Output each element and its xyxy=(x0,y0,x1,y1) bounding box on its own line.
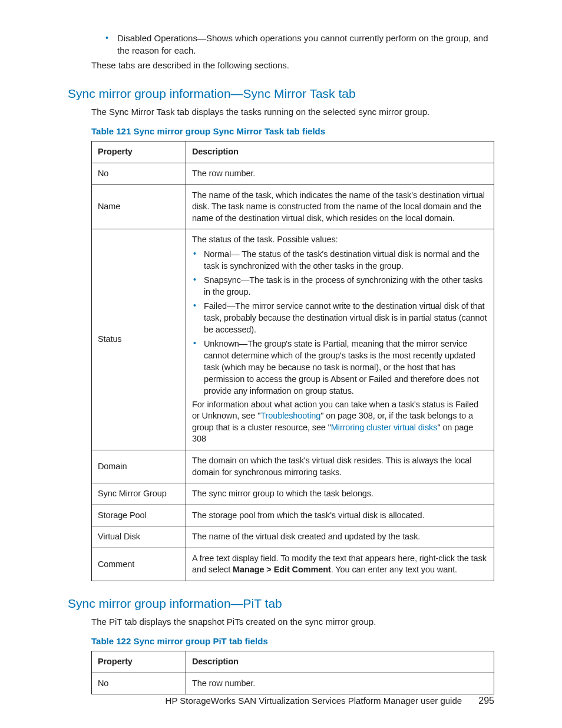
cell-prop: Comment xyxy=(92,548,186,581)
cell-prop: No xyxy=(92,673,186,694)
table-row: No The row number. xyxy=(92,673,494,694)
cell-desc: The row number. xyxy=(186,673,494,694)
section2-heading: Sync mirror group information—PiT tab xyxy=(68,597,494,611)
cell-prop: Domain xyxy=(92,450,186,483)
cell-desc: The name of the virtual disk created and… xyxy=(186,526,494,548)
status-bullet: Normal— The status of the task's destina… xyxy=(192,248,488,272)
table-row: Storage Pool The storage pool from which… xyxy=(92,505,494,526)
page-footer: HP StorageWorks SAN Virtualization Servi… xyxy=(0,696,494,706)
section1-heading: Sync mirror group information—Sync Mirro… xyxy=(68,87,494,101)
status-bullet: Failed—The mirror service cannot write t… xyxy=(192,300,488,335)
cell-desc: The name of the task, which indicates th… xyxy=(186,185,494,229)
cell-prop: Name xyxy=(92,185,186,229)
comment-b: . You can enter any text you want. xyxy=(331,565,457,574)
status-bullet: Unknown—The group's state is Partial, me… xyxy=(192,338,488,397)
table-row: Name The name of the task, which indicat… xyxy=(92,185,494,229)
intro-bullets: Disabled Operations—Shows which operatio… xyxy=(91,32,494,57)
intro-bullet-item: Disabled Operations—Shows which operatio… xyxy=(109,32,494,57)
page: Disabled Operations—Shows which operatio… xyxy=(0,0,562,728)
table-row: Status The status of the task. Possible … xyxy=(92,229,494,450)
status-bullets: Normal— The status of the task's destina… xyxy=(192,248,488,397)
cell-desc: A free text display field. To modify the… xyxy=(186,548,494,581)
cell-prop: Status xyxy=(92,229,186,450)
th-property: Property xyxy=(92,651,186,673)
cell-desc: The row number. xyxy=(186,163,494,185)
section2-block: The PiT tab displays the snapshot PiTs c… xyxy=(68,615,494,694)
intro-bullet-text: Disabled Operations—Shows which operatio… xyxy=(117,33,488,55)
table-row: Comment A free text display field. To mo… xyxy=(92,548,494,581)
th-description: Description xyxy=(186,651,494,673)
cell-prop: No xyxy=(92,163,186,185)
table122-caption: Table 122 Sync mirror group PiT tab fiel… xyxy=(91,636,494,646)
cell-prop: Sync Mirror Group xyxy=(92,483,186,505)
cell-desc: The storage pool from which the task's v… xyxy=(186,505,494,526)
table122: Property Description No The row number. xyxy=(91,651,494,694)
th-description: Description xyxy=(186,141,494,163)
cell-prop: Virtual Disk xyxy=(92,526,186,548)
page-number: 295 xyxy=(478,696,494,706)
status-lead: The status of the task. Possible values: xyxy=(192,234,488,246)
intro-block: Disabled Operations—Shows which operatio… xyxy=(68,32,494,71)
link-mirroring-cluster[interactable]: Mirroring cluster virtual disks xyxy=(331,423,438,432)
table121-caption: Table 121 Sync mirror group Sync Mirror … xyxy=(91,126,494,136)
table-row: No The row number. xyxy=(92,163,494,185)
table-row: Sync Mirror Group The sync mirror group … xyxy=(92,483,494,505)
link-troubleshooting[interactable]: Troubleshooting xyxy=(260,411,320,420)
th-property: Property xyxy=(92,141,186,163)
table-row: Virtual Disk The name of the virtual dis… xyxy=(92,526,494,548)
table-row: Domain The domain on which the task's vi… xyxy=(92,450,494,483)
section1-lead: The Sync Mirror Task tab displays the ta… xyxy=(91,106,494,118)
intro-after-text: These tabs are described in the followin… xyxy=(91,59,494,71)
cell-desc: The status of the task. Possible values:… xyxy=(186,229,494,450)
section2-lead: The PiT tab displays the snapshot PiTs c… xyxy=(91,615,494,628)
cell-desc: The sync mirror group to which the task … xyxy=(186,483,494,505)
cell-desc: The domain on which the task's virtual d… xyxy=(186,450,494,483)
table121: Property Description No The row number. … xyxy=(91,141,494,581)
footer-text: HP StorageWorks SAN Virtualization Servi… xyxy=(166,696,462,706)
section1-block: The Sync Mirror Task tab displays the ta… xyxy=(68,106,494,581)
status-tail: For information about what action you ca… xyxy=(192,399,488,445)
cell-prop: Storage Pool xyxy=(92,505,186,526)
table-header-row: Property Description xyxy=(92,141,494,163)
table-header-row: Property Description xyxy=(92,651,494,673)
status-bullet: Snapsync—The task is in the process of s… xyxy=(192,274,488,298)
comment-bold: Manage > Edit Comment xyxy=(233,565,331,574)
